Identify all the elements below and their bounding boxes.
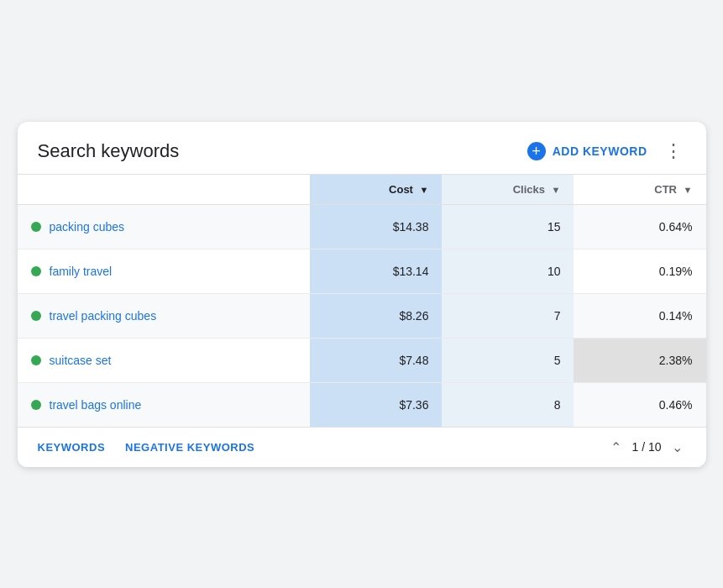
chevron-up-icon: ⌃ <box>610 440 621 454</box>
table-row: travel bags online $7.3680.46% <box>18 382 706 427</box>
table-row: suitcase set $7.4852.38% <box>18 338 706 382</box>
keyword-cell: packing cubes <box>18 204 311 249</box>
keywords-tab[interactable]: KEYWORDS <box>38 441 106 454</box>
next-page-button[interactable]: ⌄ <box>668 438 686 457</box>
status-dot <box>31 400 41 410</box>
keyword-link[interactable]: family travel <box>50 265 113 278</box>
clicks-cell: 10 <box>442 249 574 293</box>
prev-page-button[interactable]: ⌃ <box>607 438 625 457</box>
table-header-row: Cost ▼ Clicks ▼ CTR ▼ <box>18 174 706 204</box>
cost-sort-arrow: ▼ <box>420 185 429 195</box>
footer-tabs: KEYWORDS NEGATIVE KEYWORDS <box>38 441 255 454</box>
status-dot <box>31 355 41 365</box>
cost-cell: $7.36 <box>310 382 442 427</box>
more-options-button[interactable]: ⋮ <box>661 139 686 164</box>
clicks-cell: 7 <box>442 293 574 338</box>
keywords-table: Cost ▼ Clicks ▼ CTR ▼ <box>18 174 706 427</box>
more-icon: ⋮ <box>664 142 683 160</box>
col-header-keyword <box>18 174 311 204</box>
clicks-cell: 8 <box>442 382 574 427</box>
ctr-cell: 0.64% <box>574 204 705 249</box>
status-dot <box>31 311 41 321</box>
plus-circle-icon: + <box>527 142 546 160</box>
header-actions: + ADD KEYWORD ⋮ <box>527 139 686 164</box>
cost-cell: $8.26 <box>310 293 442 338</box>
table-row: family travel $13.14100.19% <box>18 249 706 293</box>
cost-cell: $7.48 <box>310 338 442 382</box>
keyword-cell: travel bags online <box>18 382 311 427</box>
clicks-cell: 15 <box>442 204 574 249</box>
card-header: Search keywords + ADD KEYWORD ⋮ <box>18 122 706 174</box>
keyword-link[interactable]: packing cubes <box>50 220 125 234</box>
ctr-cell: 0.46% <box>574 382 705 427</box>
status-dot <box>31 266 41 276</box>
search-keywords-card: Search keywords + ADD KEYWORD ⋮ Cost ▼ <box>18 122 706 467</box>
keyword-cell: travel packing cubes <box>18 293 311 338</box>
keyword-link[interactable]: travel bags online <box>50 398 142 412</box>
status-dot <box>31 222 41 232</box>
add-keyword-button[interactable]: + ADD KEYWORD <box>527 142 647 160</box>
page-number: 1 / 10 <box>631 440 661 454</box>
keyword-cell: suitcase set <box>18 338 311 382</box>
keyword-link[interactable]: suitcase set <box>50 354 112 367</box>
pagination: ⌃ 1 / 10 ⌄ <box>607 438 685 457</box>
ctr-cell: 0.19% <box>574 249 705 293</box>
negative-keywords-tab[interactable]: NEGATIVE KEYWORDS <box>125 441 254 454</box>
ctr-sort-arrow: ▼ <box>684 185 693 195</box>
keyword-cell: family travel <box>18 249 311 293</box>
table-row: packing cubes $14.38150.64% <box>18 204 706 249</box>
clicks-sort-arrow: ▼ <box>552 185 561 195</box>
keywords-table-wrap: Cost ▼ Clicks ▼ CTR ▼ <box>18 174 706 427</box>
page-title: Search keywords <box>38 140 180 162</box>
card-footer: KEYWORDS NEGATIVE KEYWORDS ⌃ 1 / 10 ⌄ <box>18 427 706 467</box>
chevron-down-icon: ⌄ <box>672 440 683 454</box>
keyword-link[interactable]: travel packing cubes <box>50 309 157 323</box>
ctr-cell: 0.14% <box>574 293 705 338</box>
table-row: travel packing cubes $8.2670.14% <box>18 293 706 338</box>
cost-cell: $14.38 <box>310 204 442 249</box>
add-keyword-label: ADD KEYWORD <box>553 144 647 158</box>
ctr-cell: 2.38% <box>574 338 705 382</box>
clicks-cell: 5 <box>442 338 574 382</box>
table-body: packing cubes $14.38150.64% family trave… <box>18 204 706 427</box>
col-header-ctr[interactable]: CTR ▼ <box>574 174 705 204</box>
col-header-clicks[interactable]: Clicks ▼ <box>442 174 574 204</box>
cost-cell: $13.14 <box>310 249 442 293</box>
col-header-cost[interactable]: Cost ▼ <box>310 174 442 204</box>
